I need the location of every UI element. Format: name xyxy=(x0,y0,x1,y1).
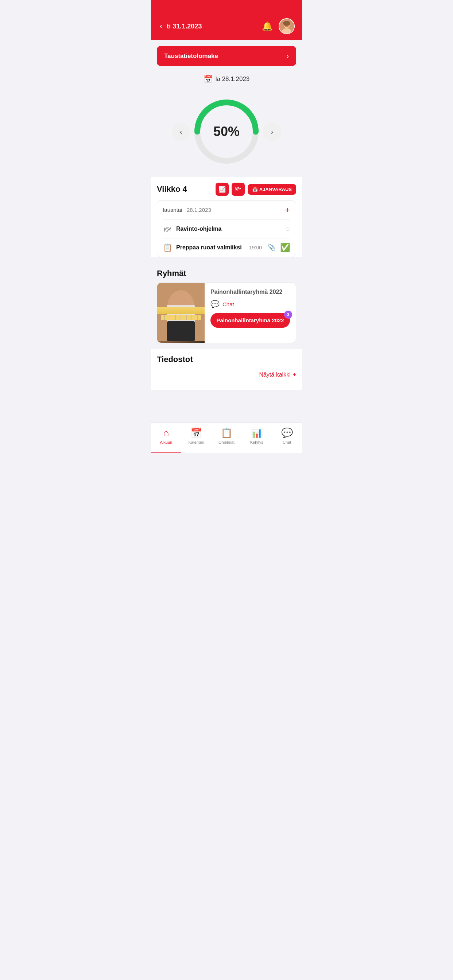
banner-arrow-icon: › xyxy=(286,52,289,60)
group-btn-label: Painonhallintaryhmä 2022 xyxy=(216,317,284,323)
home-icon: ⌂ xyxy=(163,427,169,439)
nav-item-ohjelmat[interactable]: 📋 Ohjelmat xyxy=(212,426,242,446)
taustatietolomake-banner[interactable]: Taustatietolomake › xyxy=(157,46,296,66)
week-title: Viikko 4 xyxy=(157,185,187,194)
back-button[interactable]: ‹ xyxy=(158,20,164,32)
attachment-icon: 📎 xyxy=(268,243,276,251)
task-food-icon: 🍽 xyxy=(163,225,172,233)
day-header: lauantai 28.1.2023 + xyxy=(157,200,296,220)
add-task-button[interactable]: + xyxy=(285,205,290,215)
banner-label: Taustatietolomake xyxy=(164,52,218,60)
nav-label-ohjelmat: Ohjelmat xyxy=(219,440,234,444)
week-header: Viikko 4 📈 🍽 📅 AJANVARAUS xyxy=(151,177,302,200)
task-item: 🍽 Ravinto-ohjelma ○ xyxy=(157,220,296,238)
week-actions: 📈 🍽 📅 AJANVARAUS xyxy=(215,183,296,196)
chat-nav-icon: 💬 xyxy=(281,427,293,439)
progress-prev-button[interactable]: ‹ xyxy=(172,123,190,141)
avatar[interactable] xyxy=(279,18,295,34)
task-clipboard-icon: 📋 xyxy=(163,243,172,252)
plus-icon: + xyxy=(293,372,296,378)
progress-ring: 50% xyxy=(190,95,263,168)
nav-item-chat[interactable]: 💬 Chat xyxy=(272,426,302,446)
group-card: Painonhallintaryhmä 2022 💬 Chat Painonha… xyxy=(157,283,296,343)
nav-label-chat: Chat xyxy=(283,440,291,444)
selected-date: la 28.1.2023 xyxy=(215,75,250,83)
progress-container: ‹ 50% › xyxy=(151,89,302,177)
chat-bubble-icon: 💬 xyxy=(211,300,220,309)
task-ravinto-label: Ravinto-ohjelma xyxy=(176,226,281,232)
nav-label-alkuun: Alkuun xyxy=(160,440,172,444)
group-name: Painonhallintaryhmä 2022 xyxy=(211,289,290,295)
svg-point-4 xyxy=(283,21,290,25)
show-all-label: Näytä kaikki xyxy=(259,372,290,378)
calendar-nav-icon: 📅 xyxy=(190,427,202,439)
task-time: 19:00 xyxy=(249,245,262,250)
progress-nav-icon: 📊 xyxy=(251,427,263,439)
group-join-button[interactable]: Painonhallintaryhmä 2022 3 xyxy=(211,313,290,328)
calendar-icon: 📅 xyxy=(204,75,213,83)
programs-icon: 📋 xyxy=(221,427,232,439)
groups-title: Ryhmät xyxy=(151,263,302,283)
groups-section: Ryhmät xyxy=(151,263,302,343)
progress-percent: 50% xyxy=(214,124,239,139)
task-item: 📋 Preppaa ruoat valmiiksi 19:00 📎 ✅ xyxy=(157,239,296,257)
ajanvaraus-button[interactable]: 📅 AJANVARAUS xyxy=(248,184,296,195)
nav-item-kalenteri[interactable]: 📅 Kalenteri xyxy=(181,426,212,446)
date-selector[interactable]: 📅 la 28.1.2023 xyxy=(151,72,302,89)
group-image xyxy=(157,283,205,343)
group-badge: 3 xyxy=(284,310,292,319)
nav-item-alkuun[interactable]: ⌂ Alkuun xyxy=(151,426,181,446)
chat-label: Chat xyxy=(222,301,234,307)
stats-icon: 📈 xyxy=(219,186,226,193)
day-name: lauantai xyxy=(163,207,182,213)
avatar-image xyxy=(279,19,294,33)
task-check-icon[interactable]: ○ xyxy=(285,224,290,234)
food-icon: 🍽 xyxy=(235,186,241,192)
bottom-nav: ⌂ Alkuun 📅 Kalenteri 📋 Ohjelmat 📊 Kehity… xyxy=(151,423,302,453)
nav-label-kehitys: Kehitys xyxy=(250,440,263,444)
header-date: ti 31.1.2023 xyxy=(167,22,262,30)
header: ‹ ti 31.1.2023 🔔 xyxy=(151,0,302,40)
ajanvaraus-label: AJANVARAUS xyxy=(259,187,292,192)
files-title: Tiedostot xyxy=(151,349,302,369)
svg-rect-10 xyxy=(167,321,195,341)
nav-active-bar xyxy=(151,452,181,453)
files-section: Tiedostot Näytä kaikki + xyxy=(151,349,302,390)
header-icons: 🔔 xyxy=(262,18,295,34)
stats-button[interactable]: 📈 xyxy=(215,183,229,196)
progress-next-button[interactable]: › xyxy=(263,123,281,141)
group-content: Painonhallintaryhmä 2022 💬 Chat Painonha… xyxy=(205,283,296,343)
show-all-button[interactable]: Näytä kaikki + xyxy=(151,369,302,384)
week-section: Viikko 4 📈 🍽 📅 AJANVARAUS lauantai 28 xyxy=(151,177,302,257)
nav-label-kalenteri: Kalenteri xyxy=(188,440,204,444)
ajanvaraus-calendar-icon: 📅 xyxy=(252,187,258,192)
day-date: 28.1.2023 xyxy=(187,207,211,213)
bell-icon[interactable]: 🔔 xyxy=(262,21,273,31)
task-done-icon[interactable]: ✅ xyxy=(280,243,290,252)
food-button[interactable]: 🍽 xyxy=(231,183,245,196)
day-card: lauantai 28.1.2023 + 🍽 Ravinto-ohjelma ○… xyxy=(157,200,296,257)
nav-item-kehitys[interactable]: 📊 Kehitys xyxy=(241,426,272,446)
group-chat-link[interactable]: 💬 Chat xyxy=(211,300,290,309)
day-info: lauantai 28.1.2023 xyxy=(163,207,211,213)
task-preppaa-label: Preppaa ruoat valmiiksi xyxy=(176,244,243,251)
